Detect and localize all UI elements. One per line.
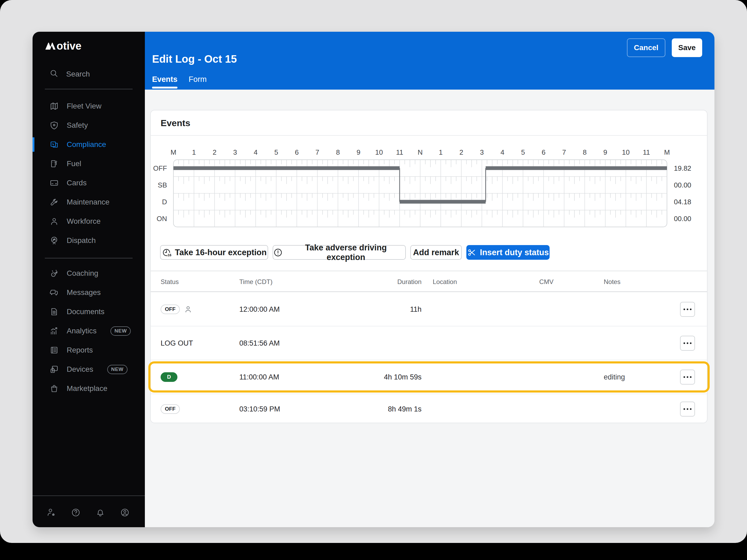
sidebar-item-label: Marketplace [67,384,107,393]
log-actions: 16 Take 16-hour exception Take adverse d… [160,245,549,260]
sidebar-item-label: Reports [67,346,93,354]
sidebar-item-marketplace[interactable]: Marketplace [32,379,145,398]
credit-card-icon [50,179,59,187]
take-16-hour-exception-button[interactable]: 16 Take 16-hour exception [160,245,268,260]
table-row-driving-highlighted[interactable]: D 11:00:00 AM 4h 10m 59s editing [151,360,707,394]
col-status: Status [161,278,179,286]
svg-text:M: M [171,148,176,156]
col-duration: Duration [337,278,421,286]
status-cell: LOG OUT [161,339,193,347]
tab-form[interactable]: Form [189,75,207,88]
time-cell: 08:51:56 AM [239,339,280,347]
wrench-icon [50,197,59,207]
sidebar-item-label: Dispatch [67,236,96,245]
svg-text:1: 1 [192,148,196,156]
table-row-log-out[interactable]: LOG OUT 08:51:56 AM [151,326,707,360]
account-avatar-icon[interactable] [120,507,130,518]
sidebar-item-label: Devices [67,365,93,374]
events-table-body: OFF 12:00:00 AM 11h LOG OUT [151,293,707,423]
status-cell: D [161,372,177,382]
app-window: otive Search Fleet View [32,32,715,527]
sidebar-item-cards[interactable]: Cards [32,174,145,192]
admin-settings-icon[interactable] [46,507,56,518]
sidebar-item-fleet-view[interactable]: Fleet View [32,97,145,116]
svg-text:5: 5 [521,148,525,156]
row-menu-button[interactable] [680,370,695,384]
svg-text:5: 5 [274,148,278,156]
new-badge: NEW [110,326,131,336]
sidebar-item-fuel[interactable]: Fuel [32,154,145,174]
svg-text:SB: SB [158,181,167,189]
svg-text:9: 9 [357,148,360,156]
add-remark-button[interactable]: Add remark [410,245,462,260]
col-cmv: CMV [531,278,562,286]
svg-text:1: 1 [439,148,443,156]
svg-text:8: 8 [336,148,340,156]
sidebar-item-label: Safety [67,121,88,130]
duration-cell: 4h 10m 59s [337,373,421,381]
fuel-pump-icon [50,159,59,168]
scissors-icon [467,248,476,257]
sidebar-item-documents[interactable]: Documents [32,302,145,321]
insert-duty-status-button[interactable]: Insert duty status [466,245,549,260]
screen: otive Search Fleet View [0,0,747,560]
svg-text:9: 9 [603,148,607,156]
status-cell: OFF [161,304,192,314]
svg-text:3: 3 [233,148,237,156]
svg-text:10: 10 [622,148,629,156]
status-pill-off: OFF [161,404,180,414]
shopping-bag-icon [50,384,59,393]
sidebar-item-devices[interactable]: Devices NEW [32,360,145,379]
sidebar-item-label: Documents [67,308,105,316]
tab-events[interactable]: Events [152,75,177,88]
status-pill-off: OFF [161,304,180,314]
status-pill-driving: D [161,372,177,382]
sidebar-item-maintenance[interactable]: Maintenance [32,192,145,212]
sidebar-search[interactable]: Search [32,68,145,80]
svg-text:2: 2 [213,148,216,156]
main-content: Events M1234567891011N1234567891011MOFFS… [145,89,715,527]
col-notes: Notes [604,278,621,286]
svg-text:00.00: 00.00 [674,215,691,223]
duty-status-graph: M1234567891011N1234567891011MOFFSBDON19.… [151,147,708,235]
table-row-off-midnight[interactable]: OFF 12:00:00 AM 11h [151,293,707,326]
status-text-log-out: LOG OUT [161,339,193,347]
svg-text:3: 3 [480,148,484,156]
cancel-button[interactable]: Cancel [627,38,665,57]
take-16-hour-exception-label: Take 16-hour exception [175,248,267,257]
sidebar-item-safety[interactable]: Safety [32,116,145,135]
sidebar-item-workforce[interactable]: Workforce [32,212,145,231]
svg-text:19.82: 19.82 [674,164,691,172]
sidebar-item-label: Analytics [67,327,97,335]
table-row-off-afternoon[interactable]: OFF 03:10:59 PM 8h 49m 1s [151,394,707,424]
sidebar-item-coaching[interactable]: Coaching [32,264,145,283]
sidebar-item-analytics[interactable]: Analytics NEW [32,321,145,341]
sidebar-item-messages[interactable]: Messages [32,283,145,302]
sidebar-item-reports[interactable]: Reports [32,341,145,360]
save-button[interactable]: Save [672,38,702,57]
new-badge: NEW [107,365,128,374]
take-adverse-driving-exception-button[interactable]: Take adverse driving exception [273,245,406,260]
sidebar-item-compliance[interactable]: Compliance [32,135,145,154]
col-time: Time (CDT) [239,278,273,286]
row-menu-button[interactable] [680,336,695,351]
search-icon [50,69,58,79]
notifications-bell-icon[interactable] [95,507,106,518]
alert-circle-icon [273,248,283,257]
sidebar: otive Search Fleet View [32,32,145,527]
compliance-icon [50,140,59,149]
svg-text:OFF: OFF [153,164,167,172]
sidebar-item-label: Workforce [67,217,101,225]
dispatch-pin-icon [50,236,59,245]
svg-text:6: 6 [295,148,299,156]
duration-cell: 8h 49m 1s [337,405,421,413]
shield-icon [50,121,59,130]
sidebar-divider-middle [45,258,133,259]
svg-text:ON: ON [157,215,167,223]
row-menu-button[interactable] [680,302,695,317]
motive-logo: otive [45,40,90,53]
help-icon[interactable] [71,507,81,518]
events-table-header: Status Time (CDT) Duration Location CMV … [151,271,707,292]
sidebar-item-dispatch[interactable]: Dispatch [32,231,145,250]
row-menu-button[interactable] [680,402,695,417]
